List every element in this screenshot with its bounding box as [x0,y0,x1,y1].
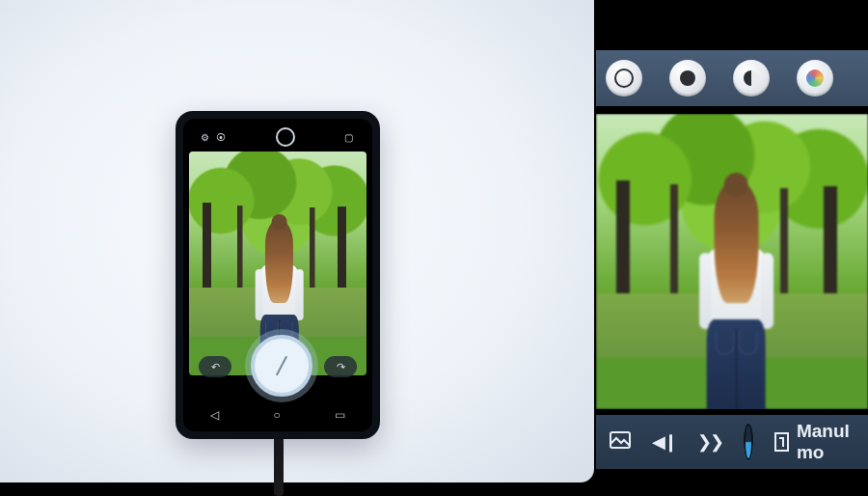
subject-hair [265,219,293,303]
bw-mode-button[interactable] [669,60,706,96]
swirl-icon [806,69,824,87]
pocket-icon [738,331,757,354]
camera-top-bar: ⚙ ⦿ ▢ [183,124,372,150]
settings-icon[interactable]: ⚙ ⦿ [201,132,228,143]
subject-arm [699,253,711,328]
monitor-editor: ◀❙ ❯❯ Manul mo [596,0,868,496]
mode-next-button[interactable]: ↷ [324,356,357,377]
normal-mode-button[interactable] [606,60,642,96]
mode-indicator[interactable]: Manul mo [774,421,854,463]
horizon-level-icon[interactable] [744,424,753,460]
subject-jeans [707,319,766,409]
screenshot-root: ⚙ ⦿ ▢ [0,0,868,496]
next-frame-button[interactable]: ❯❯ [697,431,722,453]
subject-head [724,173,748,197]
phone-screen: ⚙ ⦿ ▢ [183,119,372,431]
subject-hair [715,180,758,303]
dot-icon [680,70,695,86]
filter-mode-bar [596,50,868,106]
tripod-pole [274,436,284,496]
subject-person [682,173,791,409]
subject-arm [255,269,262,320]
manual-mode-icon [774,432,789,452]
subject-arm [761,253,773,328]
mode-prev-button[interactable]: ↶ [199,356,231,377]
foldable-phone: ⚙ ⦿ ▢ [176,111,380,439]
studio-backdrop: ⚙ ⦿ ▢ [0,0,594,482]
android-nav-bar: ◁ ○ ▭ [183,404,372,426]
nav-back-icon[interactable]: ◁ [210,408,219,422]
subject-arm [295,269,303,320]
gallery-icon[interactable] [610,431,631,453]
portrait-mode-button[interactable] [733,60,770,96]
front-camera-ring-icon [276,127,295,147]
color-mode-button[interactable] [797,60,833,96]
aspect-icon[interactable]: ▢ [344,132,355,143]
pocket-icon [716,331,735,354]
halfdot-icon [744,70,759,86]
shutter-button[interactable] [251,335,312,397]
mode-indicator-label: Manul mo [797,421,854,463]
preview-scene [596,114,868,409]
editor-preview[interactable] [596,114,868,409]
editor-bottom-bar: ◀❙ ❯❯ Manul mo [596,415,868,469]
nav-home-icon[interactable]: ○ [273,408,280,422]
nav-recent-icon[interactable]: ▭ [335,408,345,422]
ring-icon [614,69,634,88]
prev-frame-button[interactable]: ◀❙ [652,431,676,453]
